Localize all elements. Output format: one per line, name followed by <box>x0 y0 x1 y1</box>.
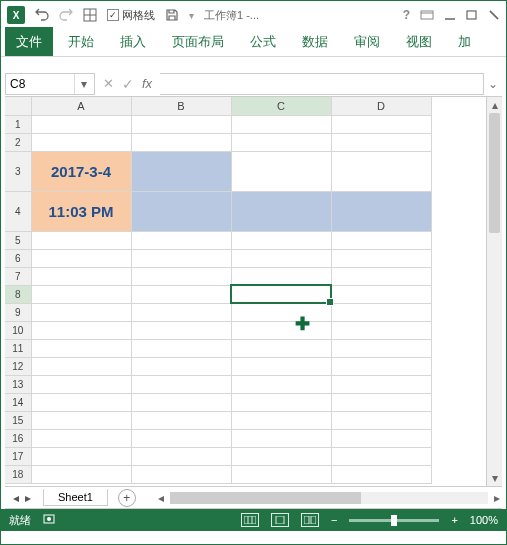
excel-icon: X <box>7 6 25 24</box>
redo-button[interactable] <box>59 8 73 22</box>
row-header[interactable]: 11 <box>5 339 31 357</box>
svg-line-8 <box>490 11 498 19</box>
tab-home[interactable]: 开始 <box>57 27 105 56</box>
svg-point-10 <box>47 517 51 521</box>
col-header-B[interactable]: B <box>131 97 231 115</box>
status-ready: 就绪 <box>9 513 31 528</box>
cell-B3[interactable] <box>131 151 231 191</box>
status-bar: 就绪 − + 100% <box>1 509 506 531</box>
zoom-out-button[interactable]: − <box>331 514 337 526</box>
scrollbar-thumb[interactable] <box>489 113 500 233</box>
hscroll-right[interactable]: ▸ <box>492 491 502 505</box>
svg-rect-14 <box>276 516 284 524</box>
ribbon-display-button[interactable] <box>420 10 434 20</box>
gridlines-label: 网格线 <box>122 8 155 23</box>
maximize-button[interactable] <box>466 9 478 21</box>
tab-formulas[interactable]: 公式 <box>239 27 287 56</box>
save-button[interactable] <box>165 8 179 22</box>
qat-customize-button[interactable]: ▾ <box>189 10 194 21</box>
svg-rect-15 <box>304 516 309 524</box>
cell-B4[interactable] <box>131 191 231 231</box>
row-header[interactable]: 2 <box>5 133 31 151</box>
zoom-level[interactable]: 100% <box>470 514 498 526</box>
col-header-D[interactable]: D <box>331 97 431 115</box>
window-title: 工作簿1 -... <box>204 8 259 23</box>
help-button[interactable]: ? <box>403 8 410 22</box>
tab-page-layout[interactable]: 页面布局 <box>161 27 235 56</box>
svg-rect-16 <box>311 516 316 524</box>
formula-input[interactable] <box>160 73 484 95</box>
name-box-input[interactable] <box>6 77 74 91</box>
page-layout-view-button[interactable] <box>271 513 289 527</box>
sheet-nav-prev[interactable]: ◂ <box>13 491 19 505</box>
scroll-down-button[interactable]: ▾ <box>487 470 502 486</box>
select-all-button[interactable] <box>5 97 31 115</box>
zoom-in-button[interactable]: + <box>451 514 457 526</box>
tab-insert[interactable]: 插入 <box>109 27 157 56</box>
tab-data[interactable]: 数据 <box>291 27 339 56</box>
sheet-tabs-bar: ◂ ▸ Sheet1 + ◂ ▸ <box>5 487 502 509</box>
zoom-slider[interactable] <box>349 519 439 522</box>
row-header[interactable]: 5 <box>5 231 31 249</box>
formula-expand-button[interactable]: ⌄ <box>484 77 502 91</box>
hscroll-thumb[interactable] <box>170 492 361 504</box>
row-header[interactable]: 10 <box>5 321 31 339</box>
undo-button[interactable] <box>35 8 49 22</box>
normal-view-button[interactable] <box>241 513 259 527</box>
row-header[interactable]: 6 <box>5 249 31 267</box>
sheet-nav-next[interactable]: ▸ <box>25 491 31 505</box>
row-header[interactable]: 4 <box>5 191 31 231</box>
col-header-A[interactable]: A <box>31 97 131 115</box>
record-macro-icon[interactable] <box>43 513 55 527</box>
row-header[interactable]: 12 <box>5 357 31 375</box>
cell-C8-selected[interactable] <box>231 285 331 303</box>
formula-bar: ▾ ✕ ✓ fx ⌄ <box>5 71 502 97</box>
row-header[interactable]: 13 <box>5 375 31 393</box>
row-header[interactable]: 3 <box>5 151 31 191</box>
row-header[interactable]: 18 <box>5 465 31 483</box>
row-header[interactable]: 1 <box>5 115 31 133</box>
ribbon-tabs: 文件 开始 插入 页面布局 公式 数据 审阅 视图 加 <box>1 29 506 57</box>
minimize-button[interactable] <box>444 9 456 21</box>
row-header[interactable]: 9 <box>5 303 31 321</box>
col-header-C[interactable]: C <box>231 97 331 115</box>
enter-formula-icon: ✓ <box>122 76 134 92</box>
name-box-dropdown[interactable]: ▾ <box>74 74 92 94</box>
titlebar: X ✓ 网格线 ▾ 工作簿1 -... ? <box>1 1 506 29</box>
vertical-scrollbar[interactable]: ▴ ▾ <box>486 97 502 486</box>
tab-review[interactable]: 审阅 <box>343 27 391 56</box>
svg-rect-11 <box>244 516 256 524</box>
row-header[interactable]: 7 <box>5 267 31 285</box>
cell-C4[interactable] <box>231 191 331 231</box>
quick-access-toolbar: X ✓ 网格线 ▾ <box>7 6 194 24</box>
check-icon: ✓ <box>107 9 119 21</box>
cell-D4[interactable] <box>331 191 431 231</box>
tab-addins[interactable]: 加 <box>447 27 482 56</box>
cell-A3[interactable]: 2017-3-4 <box>31 151 131 191</box>
add-sheet-button[interactable]: + <box>118 489 136 507</box>
cell-A4[interactable]: 11:03 PM <box>31 191 131 231</box>
row-header[interactable]: 16 <box>5 429 31 447</box>
svg-rect-6 <box>467 11 476 19</box>
page-break-view-button[interactable] <box>301 513 319 527</box>
cancel-formula-icon: ✕ <box>103 76 114 91</box>
row-header[interactable]: 15 <box>5 411 31 429</box>
name-box[interactable]: ▾ <box>5 73 95 95</box>
tab-file[interactable]: 文件 <box>5 27 53 56</box>
row-header[interactable]: 8 <box>5 285 31 303</box>
tab-view[interactable]: 视图 <box>395 27 443 56</box>
close-button[interactable] <box>488 9 500 21</box>
row-header[interactable]: 14 <box>5 393 31 411</box>
scroll-up-button[interactable]: ▴ <box>487 97 502 113</box>
gridlines-checkbox[interactable]: ✓ 网格线 <box>107 8 155 23</box>
fx-icon[interactable]: fx <box>142 76 152 91</box>
row-header[interactable]: 17 <box>5 447 31 465</box>
sheet-tab-sheet1[interactable]: Sheet1 <box>43 489 108 506</box>
grid-button[interactable] <box>83 8 97 22</box>
svg-rect-3 <box>421 11 433 19</box>
hscroll-left[interactable]: ◂ <box>156 491 166 505</box>
grid-main[interactable]: A B C D 1 2 32017-3-4 411:03 PM 5 6 7 8 … <box>5 97 486 486</box>
horizontal-scrollbar[interactable]: ◂ ▸ <box>156 491 502 505</box>
